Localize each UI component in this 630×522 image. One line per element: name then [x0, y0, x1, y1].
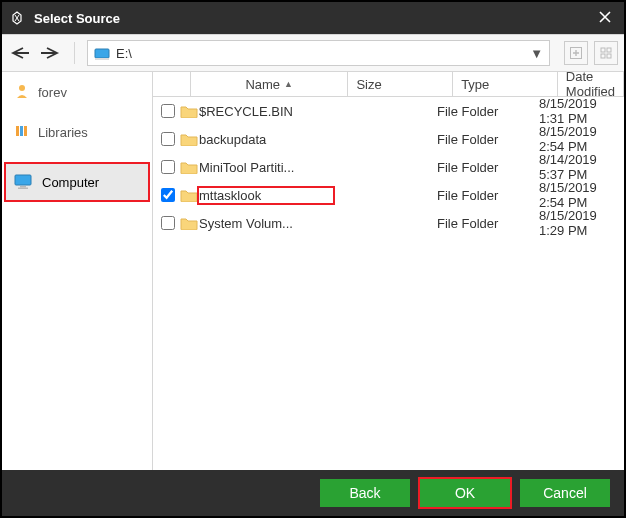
content-area: forev Libraries Computer Name [2, 72, 624, 470]
table-row[interactable]: $RECYCLE.BINFile Folder8/15/2019 1:31 PM [153, 97, 624, 125]
file-date: 8/15/2019 2:54 PM [539, 180, 624, 210]
column-headers: Name ▲ Size Type Date Modified [153, 72, 624, 97]
column-name-label: Name [245, 77, 280, 92]
sidebar-item-label: Libraries [38, 125, 88, 140]
svg-rect-8 [16, 126, 19, 136]
close-icon[interactable] [592, 8, 618, 29]
table-row[interactable]: System Volum...File Folder8/15/2019 1:29… [153, 209, 624, 237]
sidebar-item-libraries[interactable]: Libraries [2, 118, 152, 146]
folder-icon [179, 104, 199, 118]
sidebar-item-forev[interactable]: forev [2, 78, 152, 106]
toolbar-separator [74, 42, 75, 64]
file-type: File Folder [437, 160, 539, 175]
file-pane: Name ▲ Size Type Date Modified $RECYCLE.… [153, 72, 624, 470]
folder-icon [179, 132, 199, 146]
file-name: $RECYCLE.BIN [199, 104, 333, 119]
row-checkbox[interactable] [157, 104, 179, 118]
ok-button[interactable]: OK [420, 479, 510, 507]
user-icon [14, 83, 30, 102]
sidebar: forev Libraries Computer [2, 72, 153, 470]
file-type: File Folder [437, 132, 539, 147]
address-bar[interactable]: E:\ ▼ [87, 40, 550, 66]
file-name: backupdata [199, 132, 333, 147]
column-size[interactable]: Size [348, 72, 453, 96]
sidebar-item-label: Computer [42, 175, 99, 190]
file-date: 8/15/2019 1:29 PM [539, 208, 624, 238]
file-type: File Folder [437, 188, 539, 203]
file-list: $RECYCLE.BINFile Folder8/15/2019 1:31 PM… [153, 97, 624, 470]
row-checkbox[interactable] [157, 160, 179, 174]
address-path: E:\ [116, 46, 132, 61]
row-checkbox[interactable] [157, 188, 179, 202]
column-checkbox[interactable] [153, 72, 191, 96]
row-checkbox[interactable] [157, 216, 179, 230]
svg-rect-9 [20, 126, 23, 136]
nav-forward-icon[interactable] [38, 41, 62, 65]
file-type: File Folder [437, 216, 539, 231]
table-row[interactable]: backupdataFile Folder8/15/2019 2:54 PM [153, 125, 624, 153]
footer: Back OK Cancel [2, 470, 624, 516]
folder-icon [179, 160, 199, 174]
row-checkbox[interactable] [157, 132, 179, 146]
file-name: MiniTool Partiti... [199, 160, 333, 175]
svg-rect-13 [18, 188, 28, 190]
file-date: 8/15/2019 2:54 PM [539, 124, 624, 154]
monitor-icon [14, 174, 34, 190]
svg-rect-3 [601, 48, 605, 52]
folder-icon [179, 216, 199, 230]
drive-icon [94, 47, 110, 59]
libraries-icon [14, 123, 30, 142]
app-icon [8, 9, 26, 27]
svg-rect-12 [20, 186, 26, 188]
table-row[interactable]: MiniTool Partiti...File Folder8/14/2019 … [153, 153, 624, 181]
svg-rect-1 [95, 58, 109, 60]
svg-rect-5 [601, 54, 605, 58]
back-button[interactable]: Back [320, 479, 410, 507]
sidebar-item-computer[interactable]: Computer [6, 164, 148, 200]
window-title: Select Source [34, 11, 120, 26]
folder-icon [179, 188, 199, 202]
dialog-window: Select Source E:\ ▼ [0, 0, 626, 518]
svg-rect-0 [95, 49, 109, 58]
sort-asc-icon: ▲ [284, 80, 293, 89]
svg-rect-6 [607, 54, 611, 58]
view-grid-icon[interactable] [594, 41, 618, 65]
titlebar: Select Source [2, 2, 624, 34]
svg-rect-11 [15, 175, 31, 185]
file-date: 8/14/2019 5:37 PM [539, 152, 624, 182]
view-tools [564, 41, 618, 65]
table-row[interactable]: mttasklookFile Folder8/15/2019 2:54 PM [153, 181, 624, 209]
file-name: System Volum... [199, 216, 333, 231]
file-type: File Folder [437, 104, 539, 119]
file-name: mttasklook [199, 188, 333, 203]
address-dropdown-icon[interactable]: ▼ [530, 46, 543, 61]
sidebar-item-label: forev [38, 85, 67, 100]
column-date[interactable]: Date Modified [558, 72, 624, 96]
nav-back-icon[interactable] [8, 41, 32, 65]
new-folder-icon[interactable] [564, 41, 588, 65]
svg-rect-4 [607, 48, 611, 52]
svg-point-7 [19, 85, 25, 91]
column-name[interactable]: Name ▲ [191, 72, 348, 96]
column-type[interactable]: Type [453, 72, 558, 96]
file-date: 8/15/2019 1:31 PM [539, 97, 624, 126]
cancel-button[interactable]: Cancel [520, 479, 610, 507]
svg-rect-10 [24, 126, 27, 136]
toolbar: E:\ ▼ [2, 34, 624, 72]
